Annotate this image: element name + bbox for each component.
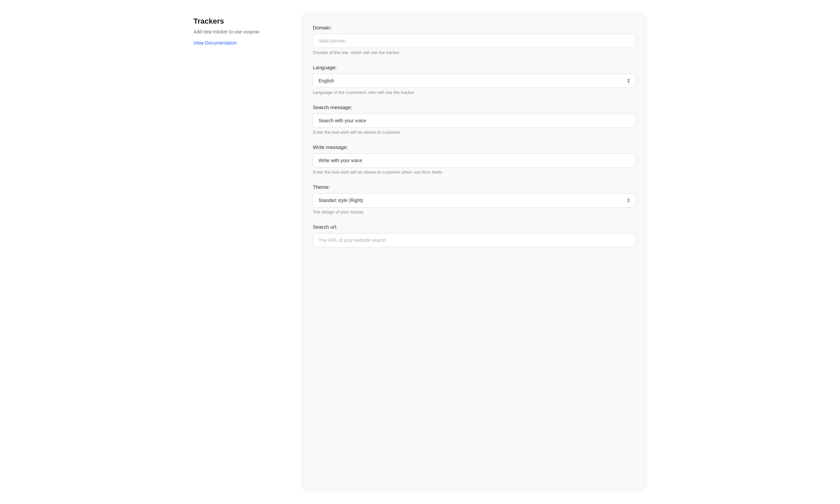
search-message-group: Search message: Enter the text wich will… <box>313 104 635 135</box>
language-group: Language: English Spanish French German … <box>313 65 635 95</box>
language-select-wrapper: English Spanish French German Italian ⇕ <box>313 74 635 88</box>
language-label: Language: <box>313 65 635 70</box>
theme-group: Theme: Standart style (Right) Standart s… <box>313 184 635 215</box>
search-url-group: Search url: <box>313 224 635 247</box>
domain-label: Domain: <box>313 25 635 31</box>
theme-label: Theme: <box>313 184 635 190</box>
domain-hint: Domain of the site, which will use the t… <box>313 50 635 55</box>
domain-group: Domain: Domain of the site, which will u… <box>313 25 635 55</box>
theme-select[interactable]: Standart style (Right) Standart style (L… <box>313 193 635 208</box>
theme-hint: The design of your tracker <box>313 210 635 215</box>
search-message-label: Search message: <box>313 104 635 110</box>
write-message-group: Write message: Enter the text wich will … <box>313 144 635 175</box>
write-message-input[interactable] <box>313 154 635 167</box>
search-url-label: Search url: <box>313 224 635 230</box>
write-message-label: Write message: <box>313 144 635 150</box>
main-form: Domain: Domain of the site, which will u… <box>302 14 647 490</box>
sidebar: Trackers Add new tracker to use voxpow V… <box>193 14 288 490</box>
view-documentation-link[interactable]: View Documentation <box>193 40 237 46</box>
write-message-hint: Enter the text wich will be shown to cus… <box>313 169 635 175</box>
language-hint: Language of the customers, who will use … <box>313 90 635 95</box>
search-message-hint: Enter the text wich will be shown to cus… <box>313 130 635 135</box>
theme-select-wrapper: Standart style (Right) Standart style (L… <box>313 193 635 208</box>
domain-input[interactable] <box>313 34 635 48</box>
page-title: Trackers <box>193 17 288 26</box>
sidebar-subtitle: Add new tracker to use voxpow <box>193 29 288 34</box>
search-url-input[interactable] <box>313 233 635 247</box>
language-select[interactable]: English Spanish French German Italian <box>313 74 635 88</box>
search-message-input[interactable] <box>313 113 635 128</box>
